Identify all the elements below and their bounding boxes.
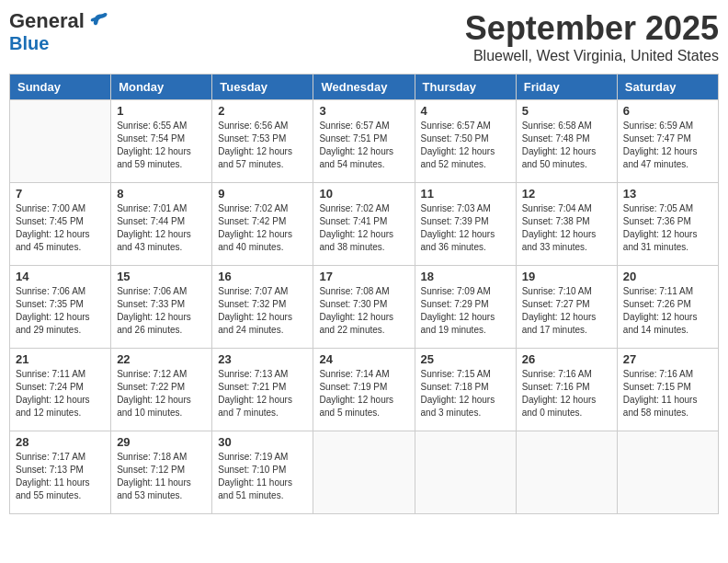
day-number: 19: [522, 270, 611, 283]
calendar-cell: 26Sunrise: 7:16 AMSunset: 7:16 PMDayligh…: [516, 349, 617, 431]
calendar-cell: 13Sunrise: 7:05 AMSunset: 7:36 PMDayligh…: [617, 183, 718, 266]
calendar-cell: 15Sunrise: 7:06 AMSunset: 7:33 PMDayligh…: [111, 266, 212, 349]
cell-info: Sunrise: 7:17 AMSunset: 7:13 PMDaylight:…: [16, 451, 105, 502]
calendar-day-header: Friday: [516, 75, 617, 100]
day-number: 28: [16, 435, 105, 449]
calendar-cell: 16Sunrise: 7:07 AMSunset: 7:32 PMDayligh…: [212, 266, 313, 349]
cell-info: Sunrise: 7:06 AMSunset: 7:33 PMDaylight:…: [117, 285, 206, 337]
day-number: 14: [16, 270, 105, 283]
day-number: 11: [421, 187, 510, 201]
month-title: September 2025: [465, 9, 719, 48]
calendar-cell: 27Sunrise: 7:16 AMSunset: 7:15 PMDayligh…: [617, 349, 718, 431]
day-number: 27: [623, 352, 712, 366]
day-number: 18: [421, 270, 510, 283]
cell-info: Sunrise: 7:19 AMSunset: 7:10 PMDaylight:…: [218, 451, 307, 502]
cell-info: Sunrise: 7:11 AMSunset: 7:26 PMDaylight:…: [623, 285, 712, 337]
cell-info: Sunrise: 7:16 AMSunset: 7:15 PMDaylight:…: [623, 368, 712, 419]
calendar-week-row: 14Sunrise: 7:06 AMSunset: 7:35 PMDayligh…: [10, 266, 719, 349]
day-number: 3: [319, 104, 408, 118]
cell-info: Sunrise: 6:56 AMSunset: 7:53 PMDaylight:…: [218, 120, 307, 171]
cell-info: Sunrise: 7:04 AMSunset: 7:38 PMDaylight:…: [522, 202, 611, 254]
day-number: 16: [218, 270, 307, 283]
cell-info: Sunrise: 7:10 AMSunset: 7:27 PMDaylight:…: [522, 285, 611, 337]
calendar-table: SundayMondayTuesdayWednesdayThursdayFrid…: [9, 74, 719, 514]
day-number: 8: [117, 187, 206, 201]
calendar-cell: 17Sunrise: 7:08 AMSunset: 7:30 PMDayligh…: [313, 266, 415, 349]
logo: General Blue: [9, 9, 108, 54]
calendar-day-header: Tuesday: [212, 75, 313, 100]
calendar-cell: 22Sunrise: 7:12 AMSunset: 7:22 PMDayligh…: [111, 349, 212, 431]
cell-info: Sunrise: 6:55 AMSunset: 7:54 PMDaylight:…: [117, 120, 206, 171]
cell-info: Sunrise: 7:09 AMSunset: 7:29 PMDaylight:…: [421, 285, 510, 337]
cell-info: Sunrise: 6:57 AMSunset: 7:50 PMDaylight:…: [421, 120, 510, 171]
calendar-cell: 28Sunrise: 7:17 AMSunset: 7:13 PMDayligh…: [10, 431, 111, 514]
day-number: 1: [117, 104, 206, 118]
calendar-cell: 11Sunrise: 7:03 AMSunset: 7:39 PMDayligh…: [415, 183, 516, 266]
cell-info: Sunrise: 7:08 AMSunset: 7:30 PMDaylight:…: [319, 285, 408, 337]
day-number: 13: [623, 187, 712, 201]
calendar-cell: 4Sunrise: 6:57 AMSunset: 7:50 PMDaylight…: [415, 100, 516, 183]
calendar-cell: 29Sunrise: 7:18 AMSunset: 7:12 PMDayligh…: [111, 431, 212, 514]
day-number: 6: [623, 104, 712, 118]
day-number: 7: [16, 187, 105, 201]
calendar-cell: 6Sunrise: 6:59 AMSunset: 7:47 PMDaylight…: [617, 100, 718, 183]
day-number: 29: [117, 435, 206, 449]
calendar-cell: 23Sunrise: 7:13 AMSunset: 7:21 PMDayligh…: [212, 349, 313, 431]
calendar-day-header: Sunday: [10, 75, 111, 100]
calendar-day-header: Monday: [111, 75, 212, 100]
day-number: 26: [522, 352, 611, 366]
calendar-cell: 2Sunrise: 6:56 AMSunset: 7:53 PMDaylight…: [212, 100, 313, 183]
calendar-cell: 3Sunrise: 6:57 AMSunset: 7:51 PMDaylight…: [313, 100, 415, 183]
calendar-week-row: 7Sunrise: 7:00 AMSunset: 7:45 PMDaylight…: [10, 183, 719, 266]
calendar-cell: [10, 100, 111, 183]
calendar-cell: 5Sunrise: 6:58 AMSunset: 7:48 PMDaylight…: [516, 100, 617, 183]
day-number: 20: [623, 270, 712, 283]
day-number: 10: [319, 187, 408, 201]
calendar-cell: 14Sunrise: 7:06 AMSunset: 7:35 PMDayligh…: [10, 266, 111, 349]
calendar-cell: 19Sunrise: 7:10 AMSunset: 7:27 PMDayligh…: [516, 266, 617, 349]
logo-general: General: [9, 9, 85, 33]
cell-info: Sunrise: 7:12 AMSunset: 7:22 PMDaylight:…: [117, 368, 206, 419]
calendar-cell: 8Sunrise: 7:01 AMSunset: 7:44 PMDaylight…: [111, 183, 212, 266]
page-header: General Blue September 2025 Bluewell, We…: [9, 9, 719, 64]
calendar-cell: [617, 431, 718, 514]
calendar-cell: 1Sunrise: 6:55 AMSunset: 7:54 PMDaylight…: [111, 100, 212, 183]
logo-blue: Blue: [9, 33, 49, 54]
day-number: 9: [218, 187, 307, 201]
calendar-cell: 25Sunrise: 7:15 AMSunset: 7:18 PMDayligh…: [415, 349, 516, 431]
calendar-body: 1Sunrise: 6:55 AMSunset: 7:54 PMDaylight…: [10, 100, 719, 514]
cell-info: Sunrise: 7:03 AMSunset: 7:39 PMDaylight:…: [421, 202, 510, 254]
cell-info: Sunrise: 7:07 AMSunset: 7:32 PMDaylight:…: [218, 285, 307, 337]
cell-info: Sunrise: 7:14 AMSunset: 7:19 PMDaylight:…: [319, 368, 408, 419]
cell-info: Sunrise: 6:57 AMSunset: 7:51 PMDaylight:…: [319, 120, 408, 171]
calendar-cell: [516, 431, 617, 514]
cell-info: Sunrise: 7:05 AMSunset: 7:36 PMDaylight:…: [623, 202, 712, 254]
location-title: Bluewell, West Virginia, United States: [465, 48, 719, 64]
day-number: 30: [218, 435, 307, 449]
calendar-header-row: SundayMondayTuesdayWednesdayThursdayFrid…: [10, 75, 719, 100]
calendar-cell: 12Sunrise: 7:04 AMSunset: 7:38 PMDayligh…: [516, 183, 617, 266]
calendar-cell: 7Sunrise: 7:00 AMSunset: 7:45 PMDaylight…: [10, 183, 111, 266]
calendar-day-header: Wednesday: [313, 75, 415, 100]
day-number: 24: [319, 352, 408, 366]
calendar-cell: 10Sunrise: 7:02 AMSunset: 7:41 PMDayligh…: [313, 183, 415, 266]
calendar-week-row: 28Sunrise: 7:17 AMSunset: 7:13 PMDayligh…: [10, 431, 719, 514]
cell-info: Sunrise: 7:06 AMSunset: 7:35 PMDaylight:…: [16, 285, 105, 337]
day-number: 21: [16, 352, 105, 366]
calendar-cell: [415, 431, 516, 514]
calendar-cell: 21Sunrise: 7:11 AMSunset: 7:24 PMDayligh…: [10, 349, 111, 431]
day-number: 5: [522, 104, 611, 118]
calendar-cell: 18Sunrise: 7:09 AMSunset: 7:29 PMDayligh…: [415, 266, 516, 349]
cell-info: Sunrise: 6:59 AMSunset: 7:47 PMDaylight:…: [623, 120, 712, 171]
day-number: 17: [319, 270, 408, 283]
cell-info: Sunrise: 7:02 AMSunset: 7:42 PMDaylight:…: [218, 202, 307, 254]
cell-info: Sunrise: 7:00 AMSunset: 7:45 PMDaylight:…: [16, 202, 105, 254]
day-number: 23: [218, 352, 307, 366]
day-number: 2: [218, 104, 307, 118]
calendar-cell: 20Sunrise: 7:11 AMSunset: 7:26 PMDayligh…: [617, 266, 718, 349]
cell-info: Sunrise: 7:18 AMSunset: 7:12 PMDaylight:…: [117, 451, 206, 502]
logo-bird-icon: [86, 12, 108, 30]
calendar-cell: 9Sunrise: 7:02 AMSunset: 7:42 PMDaylight…: [212, 183, 313, 266]
day-number: 12: [522, 187, 611, 201]
day-number: 25: [421, 352, 510, 366]
